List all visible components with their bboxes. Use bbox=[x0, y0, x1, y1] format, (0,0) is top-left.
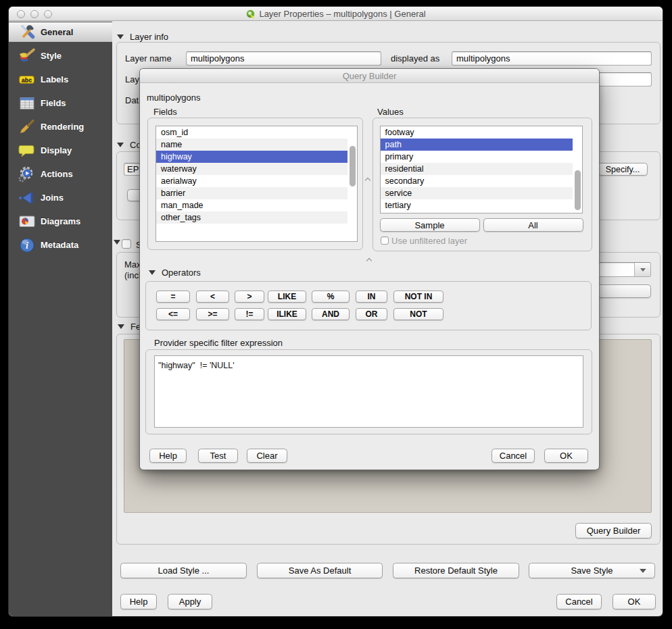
use-unfiltered-layer-checkbox[interactable] bbox=[381, 236, 389, 245]
display-icon bbox=[18, 142, 36, 159]
layer-name-input[interactable]: multipolygons bbox=[186, 51, 381, 66]
load-style-button[interactable]: Load Style ... bbox=[120, 563, 247, 578]
sidebar-item-diagrams[interactable]: Diagrams bbox=[9, 209, 112, 233]
list-item[interactable]: service bbox=[381, 187, 573, 199]
operator-lt-button[interactable]: < bbox=[196, 291, 229, 303]
operator-percent-button[interactable]: % bbox=[312, 291, 350, 303]
sidebar: General Style abc bbox=[9, 22, 112, 616]
fields-list[interactable]: osm_id name highway waterway aerialway b… bbox=[155, 126, 358, 242]
operator-not-in-button[interactable]: NOT IN bbox=[393, 291, 443, 303]
sidebar-item-style[interactable]: Style bbox=[9, 44, 112, 68]
labels-icon: abc bbox=[18, 71, 36, 89]
sidebar-item-labels[interactable]: abc Labels bbox=[9, 68, 112, 91]
sidebar-item-rendering[interactable]: Rendering bbox=[9, 115, 112, 139]
screen-background: Layer Properties – multipolygons | Gener… bbox=[0, 0, 672, 629]
style-icon bbox=[18, 47, 36, 65]
list-item[interactable]: man_made bbox=[156, 199, 347, 211]
list-item[interactable]: aerialway bbox=[156, 175, 347, 187]
collapse-triangle-icon bbox=[117, 34, 124, 39]
list-item[interactable]: footway bbox=[381, 126, 573, 139]
dialog-ok-button[interactable]: OK bbox=[544, 449, 588, 463]
displayed-as-input[interactable]: multipolygons bbox=[452, 51, 652, 66]
general-icon bbox=[18, 23, 36, 41]
operator-ilike-button[interactable]: ILIKE bbox=[268, 308, 306, 320]
scale-visibility-checkbox[interactable] bbox=[122, 239, 131, 249]
sidebar-item-label: Metadata bbox=[41, 240, 78, 250]
operator-in-button[interactable]: IN bbox=[356, 291, 387, 303]
dialog-title: Query Builder bbox=[140, 69, 599, 83]
dialog-titlebar: Query Builder bbox=[140, 69, 599, 83]
layer-info-section-header[interactable]: Layer info bbox=[117, 32, 168, 42]
filter-expression-textarea[interactable]: "highway" != 'NULL' bbox=[154, 355, 583, 428]
test-button[interactable]: Test bbox=[198, 449, 238, 463]
section-title: Operators bbox=[162, 268, 201, 278]
sidebar-item-label: Display bbox=[41, 145, 72, 155]
list-item[interactable]: residential bbox=[381, 163, 573, 175]
operator-or-button[interactable]: OR bbox=[356, 308, 387, 320]
clear-button[interactable]: Clear bbox=[247, 449, 287, 463]
fields-scrollbar[interactable] bbox=[350, 146, 356, 186]
list-item[interactable]: barrier bbox=[156, 187, 347, 199]
joins-icon bbox=[18, 189, 36, 207]
svg-text:i: i bbox=[26, 241, 28, 251]
dialog-help-button[interactable]: Help bbox=[149, 449, 187, 463]
operator-like-button[interactable]: LIKE bbox=[268, 291, 306, 303]
operator-not-button[interactable]: NOT bbox=[393, 308, 443, 320]
list-item[interactable]: tertiary bbox=[381, 199, 573, 211]
operator-ne-button[interactable]: != bbox=[235, 308, 264, 320]
help-button[interactable]: Help bbox=[120, 594, 157, 609]
list-item[interactable]: name bbox=[156, 139, 347, 151]
splitter-handle-icon[interactable] bbox=[365, 178, 370, 183]
section-title: Layer info bbox=[130, 32, 168, 42]
operator-gt-button[interactable]: > bbox=[235, 291, 264, 303]
specify-crs-button[interactable]: Specify... bbox=[598, 163, 648, 176]
all-button[interactable]: All bbox=[483, 218, 583, 232]
operator-ge-button[interactable]: >= bbox=[196, 308, 229, 320]
splitter-handle-icon[interactable] bbox=[366, 258, 372, 263]
restore-default-style-button[interactable]: Restore Default Style bbox=[393, 563, 519, 578]
list-item[interactable]: other_tags bbox=[156, 211, 347, 224]
actions-icon bbox=[18, 166, 36, 183]
save-as-default-button[interactable]: Save As Default bbox=[257, 563, 383, 578]
cancel-button[interactable]: Cancel bbox=[556, 594, 602, 609]
qgis-logo-icon bbox=[245, 9, 256, 19]
sidebar-item-label: Rendering bbox=[41, 122, 84, 132]
query-builder-button[interactable]: Query Builder bbox=[575, 523, 652, 538]
list-item[interactable]: primary bbox=[381, 151, 573, 163]
save-style-button[interactable]: Save Style bbox=[529, 563, 655, 578]
window-title: Layer Properties – multipolygons | Gener… bbox=[259, 9, 425, 19]
values-list[interactable]: footway path primary residential seconda… bbox=[380, 126, 583, 213]
window-titlebar: Layer Properties – multipolygons | Gener… bbox=[9, 7, 663, 21]
operators-section-header[interactable]: Operators bbox=[149, 268, 201, 278]
sample-button[interactable]: Sample bbox=[380, 218, 480, 232]
list-item[interactable]: osm_id bbox=[156, 126, 347, 139]
sidebar-item-display[interactable]: Display bbox=[9, 139, 112, 162]
operators-groupbox bbox=[145, 281, 592, 330]
scale-visibility-section-header[interactable] bbox=[114, 240, 120, 245]
sidebar-item-label: Joins bbox=[41, 193, 64, 203]
list-item[interactable]: path bbox=[381, 139, 573, 151]
operator-le-button[interactable]: <= bbox=[156, 308, 190, 320]
sidebar-item-fields[interactable]: Fields bbox=[9, 91, 112, 115]
sidebar-item-metadata[interactable]: i Metadata bbox=[9, 233, 112, 257]
sidebar-item-general[interactable]: General bbox=[9, 22, 112, 42]
ok-button[interactable]: OK bbox=[613, 594, 656, 609]
use-unfiltered-layer-label: Use unfiltered layer bbox=[391, 236, 467, 246]
sidebar-item-joins[interactable]: Joins bbox=[9, 186, 112, 209]
operator-eq-button[interactable]: = bbox=[156, 291, 190, 303]
dialog-cancel-button[interactable]: Cancel bbox=[491, 449, 535, 463]
apply-button[interactable]: Apply bbox=[168, 594, 212, 609]
list-item[interactable]: secondary bbox=[381, 175, 573, 187]
values-scrollbar[interactable] bbox=[575, 170, 581, 210]
filter-expression-label: Provider specific filter expression bbox=[154, 338, 283, 348]
datasource-label: multipolygons bbox=[147, 93, 201, 103]
query-builder-dialog: Query Builder multipolygons Fields osm_i… bbox=[140, 69, 599, 470]
layer-name-label: Layer name bbox=[125, 53, 172, 64]
sidebar-item-label: General bbox=[41, 27, 73, 37]
sidebar-item-actions[interactable]: Actions bbox=[9, 162, 112, 186]
fields-label: Fields bbox=[153, 107, 177, 117]
operator-and-button[interactable]: AND bbox=[312, 308, 350, 320]
list-item[interactable]: waterway bbox=[156, 163, 347, 175]
dropdown-arrow-icon bbox=[640, 569, 646, 573]
list-item[interactable]: highway bbox=[156, 151, 347, 163]
